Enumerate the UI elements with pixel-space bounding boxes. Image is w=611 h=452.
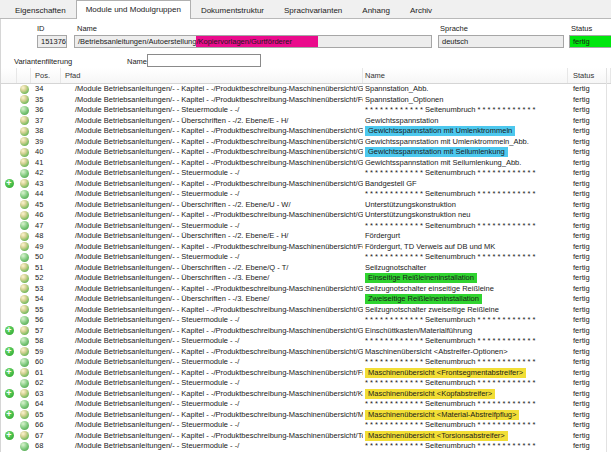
icon-cell [17,179,31,190]
icon-cell [17,231,31,242]
header-pfad[interactable]: Pfad [61,68,363,83]
name-cell: Spannstation_Optionen [363,95,568,106]
highlighted-name: Maschinenübersicht <Frontsegmentabstreif… [365,368,526,378]
id-field[interactable]: 1513761 [37,35,67,48]
icon-cell [17,221,31,232]
add-plus-icon: + [5,431,14,440]
sprache-label: Sprache [440,24,468,33]
sprache-field[interactable]: deutsch [438,35,564,48]
header-status[interactable]: Status [568,68,611,83]
table-row[interactable]: 60/Module Betriebsanleitungen/- - Steuer… [1,357,611,368]
table-header[interactable]: Pos. Pfad Name Status [1,68,611,84]
pfad-cell: /Module Betriebsanleitungen/- - Überschr… [61,273,363,284]
table-row[interactable]: 51/Module Betriebsanleitungen/- - Übersc… [1,263,611,274]
filter-name-input[interactable] [147,54,261,67]
pfad-cell: /Module Betriebsanleitungen/- - Kapitel … [61,242,363,253]
table-row[interactable]: 49/Module Betriebsanleitungen/- - Kapite… [1,242,611,253]
add-cell [1,126,17,137]
pfad-cell: /Module Betriebsanleitungen/- - Überschr… [61,231,363,242]
table-row[interactable]: 36/Module Betriebsanleitungen/- - Steuer… [1,105,611,116]
add-cell [1,305,17,316]
add-cell [1,231,17,242]
table-row[interactable]: 68/Module Betriebsanleitungen/- - Steuer… [1,441,611,452]
tab-module-und-modulgruppen[interactable]: Module und Modulgruppen [76,0,191,19]
table-row[interactable]: +65/Module Betriebsanleitungen/- - Kapit… [1,410,611,421]
pos-cell: 37 [31,116,61,127]
tab-eigenschaften[interactable]: Eigenschaften [5,2,76,18]
table-row[interactable]: 55/Module Betriebsanleitungen/- - Kapite… [1,305,611,316]
table-row[interactable]: 34/Module Betriebsanleitungen/- - Kapite… [1,84,611,95]
table-row[interactable]: 53/Module Betriebsanleitungen/- - Kapite… [1,284,611,295]
table-row[interactable]: +63/Module Betriebsanleitungen/- - Kapit… [1,389,611,400]
module-sphere-icon [20,347,29,356]
module-sphere-icon [20,242,29,251]
table-row[interactable]: 62/Module Betriebsanleitungen/- - Steuer… [1,378,611,389]
add-cell [1,158,17,169]
tab-sprachvarianten[interactable]: Sprachvarianten [274,2,352,18]
table-row[interactable]: 56/Module Betriebsanleitungen/- - Steuer… [1,315,611,326]
pfad-cell: /Module Betriebsanleitungen/- - Kapitel … [61,431,363,442]
table-row[interactable]: 50/Module Betriebsanleitungen/- - Steuer… [1,252,611,263]
table-row[interactable]: 40/Module Betriebsanleitungen/- - Kapite… [1,147,611,158]
name-label: Name [77,24,97,33]
pos-cell: 58 [31,336,61,347]
add-plus-icon: + [5,368,14,377]
module-sphere-icon [20,179,29,188]
tab-anhang[interactable]: Anhang [352,2,400,18]
table-row[interactable]: 54/Module Betriebsanleitungen/- - Übersc… [1,294,611,305]
pfad-cell: /Module Betriebsanleitungen/- - Steuermo… [61,399,363,410]
table-row[interactable]: +59/Module Betriebsanleitungen/- - Kapit… [1,347,611,358]
pfad-cell: /Module Betriebsanleitungen/- - Überschr… [61,116,363,127]
add-cell [1,315,17,326]
table-row[interactable]: 41/Module Betriebsanleitungen/- - Kapite… [1,158,611,169]
name-cell: Maschinenübersicht <Frontsegmentabstreif… [363,368,568,379]
table-row[interactable]: 52/Module Betriebsanleitungen/- - Übersc… [1,273,611,284]
pos-cell: 68 [31,441,61,452]
name-field[interactable]: /Betriebsanleitungen/Autoerstellung/Kopi… [74,35,432,48]
status-cell: fertig [568,263,611,274]
table-row[interactable]: 35/Module Betriebsanleitungen/- - Kapite… [1,95,611,106]
add-cell [1,210,17,221]
highlighted-name: Maschinenübersicht <Kopfabstreifer> [365,389,495,399]
table-row[interactable]: 42/Module Betriebsanleitungen/- - Steuer… [1,168,611,179]
icon-cell [17,389,31,400]
tab-dokumentstruktur[interactable]: Dokumentstruktur [191,2,274,18]
table-row[interactable]: 64/Module Betriebsanleitungen/- - Steuer… [1,399,611,410]
table-row[interactable]: 39/Module Betriebsanleitungen/- - Kapite… [1,137,611,148]
highlighted-name: Maschinenübersicht <Torsionsabstreifer> [365,431,508,441]
name-cell: Maschinenübersicht <Abstreifer-Optionen> [363,347,568,358]
pos-cell: 57 [31,326,61,337]
table-row[interactable]: 46/Module Betriebsanleitungen/- - Kapite… [1,210,611,221]
name-cell: * * * * * * * * * * * * Seitenumbruch * … [363,357,568,368]
pos-cell: 51 [31,263,61,274]
table-row[interactable]: 58/Module Betriebsanleitungen/- - Steuer… [1,336,611,347]
table-row[interactable]: +43/Module Betriebsanleitungen/- - Kapit… [1,179,611,190]
status-cell: fertig [568,200,611,211]
status-label: Status [571,24,592,33]
module-sphere-icon [20,221,29,230]
header-pos[interactable]: Pos. [31,68,61,83]
header-name[interactable]: Name [363,68,568,83]
tab-archiv[interactable]: Archiv [400,2,442,18]
module-sphere-icon [20,211,29,220]
table-row[interactable]: 37/Module Betriebsanleitungen/- - Übersc… [1,116,611,127]
table-row[interactable]: +67/Module Betriebsanleitungen/- - Kapit… [1,431,611,442]
table-row[interactable]: 47/Module Betriebsanleitungen/- - Steuer… [1,221,611,232]
table-row[interactable]: 44/Module Betriebsanleitungen/- - Steuer… [1,189,611,200]
status-cell: fertig [568,147,611,158]
table-row[interactable]: +57/Module Betriebsanleitungen/- - Kapit… [1,326,611,337]
name-cell: * * * * * * * * * * * * Seitenumbruch * … [363,399,568,410]
add-cell [1,242,17,253]
add-cell [1,252,17,263]
table-row[interactable]: 66/Module Betriebsanleitungen/- - Steuer… [1,420,611,431]
table-row[interactable]: 48/Module Betriebsanleitungen/- - Übersc… [1,231,611,242]
filter-name-label: Name [127,57,147,66]
add-cell [1,95,17,106]
table-row[interactable]: 38/Module Betriebsanleitungen/- - Kapite… [1,126,611,137]
table-row[interactable]: 45/Module Betriebsanleitungen/- - Übersc… [1,200,611,211]
module-sphere-icon [20,253,29,262]
status-field[interactable]: fertig [569,35,611,48]
table-row[interactable]: +61/Module Betriebsanleitungen/- - Kapit… [1,368,611,379]
pfad-cell: /Module Betriebsanleitungen/- - Kapitel … [61,305,363,316]
pfad-cell: /Module Betriebsanleitungen/- - Kapitel … [61,158,363,169]
